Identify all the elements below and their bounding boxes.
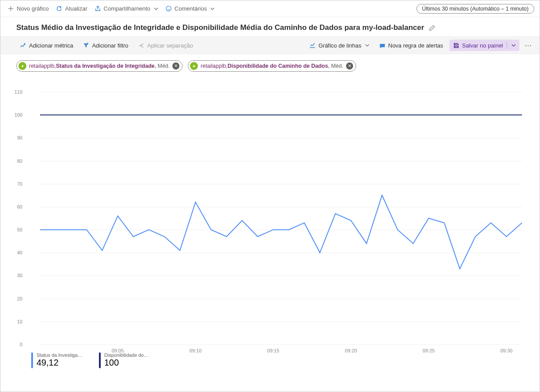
x-tick-label: 09:15 — [267, 348, 280, 353]
y-tick-label: 50 — [17, 227, 22, 232]
metric-pill[interactable]: ✦retailapplb,Disponibilidade do Caminho … — [188, 60, 356, 72]
add-metric-button[interactable]: Adicionar métrica — [16, 40, 77, 51]
refresh-button[interactable]: Atualizar — [53, 4, 90, 14]
label: Aplicar separação — [147, 42, 193, 49]
x-tick-label: 09:05 — [112, 348, 124, 353]
legend-item[interactable]: Disponibilidade do…100 — [99, 352, 149, 368]
pill-metric: Disponibilidade do Caminho de Dados — [227, 63, 328, 69]
label: Comentários — [175, 5, 207, 12]
more-button[interactable]: ⋯ — [522, 40, 535, 51]
resource-icon: ✦ — [190, 62, 198, 70]
gridline — [40, 344, 522, 345]
resource-icon: ✦ — [18, 62, 26, 70]
label: Gráfico de linhas — [318, 42, 361, 49]
y-tick-label: 80 — [17, 158, 22, 164]
edit-icon[interactable] — [429, 25, 435, 31]
add-filter-button[interactable]: Adicionar filtro — [79, 40, 131, 51]
chevron-down-icon — [365, 43, 369, 48]
label: Últimos 30 minutos (Automático – 1 minut… — [422, 6, 529, 12]
y-tick-label: 110 — [15, 89, 22, 95]
new-alert-button[interactable]: Nova regra de alertas — [376, 40, 447, 51]
top-toolbar: Novo gráfico Atualizar Compartilhamento … — [0, 0, 540, 17]
x-tick-label: 09:30 — [500, 348, 513, 353]
share-icon — [95, 5, 101, 12]
label: Adicionar filtro — [92, 42, 128, 49]
pill-resource: retailapplb, — [201, 63, 227, 69]
refresh-icon — [56, 5, 62, 12]
divider — [507, 42, 507, 49]
chevron-down-icon — [154, 7, 158, 11]
filter-icon — [83, 42, 89, 49]
y-tick-label: 30 — [17, 273, 22, 278]
title-row: Status Médio da Investigação de Integrid… — [0, 17, 540, 37]
remove-icon[interactable]: ✕ — [346, 62, 353, 70]
chart-type-button[interactable]: Gráfico de linhas — [306, 40, 373, 51]
alert-icon — [379, 42, 386, 49]
timerange-pill[interactable]: Últimos 30 minutos (Automático – 1 minut… — [416, 4, 534, 14]
feedback-button[interactable]: Comentários — [163, 4, 218, 14]
series-line — [40, 195, 522, 269]
x-tick-label: 09:10 — [190, 348, 202, 353]
metric-pills: ✦retailapplb,Status da Investigação de I… — [0, 54, 540, 76]
metric-pill[interactable]: ✦retailapplb,Status da Investigação de I… — [16, 60, 182, 72]
remove-icon[interactable]: ✕ — [172, 62, 179, 70]
legend-name: Status da Investigaç… — [36, 352, 85, 358]
metrics-toolbar: Adicionar métrica Adicionar filtro Aplic… — [0, 37, 540, 54]
legend-value: 49,12 — [36, 358, 85, 368]
legend-item[interactable]: Status da Investigaç…49,12 — [31, 352, 85, 368]
pill-agg: Méd. — [157, 63, 170, 69]
pill-metric: Status da Investigação de Integridade — [56, 63, 154, 69]
label: Nova regra de alertas — [388, 42, 443, 49]
label: Adicionar métrica — [29, 42, 73, 49]
y-tick-label: 0 — [20, 342, 22, 347]
label: Compartilhamento — [104, 5, 150, 12]
save-icon — [453, 42, 460, 49]
x-tick-label: 09:20 — [345, 348, 357, 353]
chevron-down-icon — [210, 7, 215, 11]
x-tick-label: 09:25 — [423, 348, 435, 353]
label: Salvar no painel — [462, 42, 503, 49]
y-tick-label: 70 — [17, 181, 22, 187]
y-tick-label: 60 — [17, 204, 22, 209]
line-chart-icon — [309, 42, 316, 49]
svg-point-0 — [166, 6, 171, 11]
chart-area: 010203040506070809010011009:0509:1009:15… — [27, 81, 522, 344]
smile-icon — [165, 5, 172, 12]
y-tick-label: 100 — [15, 112, 22, 117]
page-title: Status Médio da Investigação de Integrid… — [16, 23, 424, 32]
y-tick-label: 20 — [17, 296, 22, 301]
legend-color-bar — [99, 352, 101, 368]
y-tick-label: 10 — [17, 319, 22, 324]
new-chart-button[interactable]: Novo gráfico — [5, 4, 51, 14]
metric-icon — [20, 42, 26, 49]
pill-resource: retailapplb, — [29, 63, 56, 69]
label: Atualizar — [65, 5, 88, 12]
share-button[interactable]: Compartilhamento — [92, 4, 161, 14]
plot-svg — [27, 81, 522, 344]
chevron-down-icon — [511, 43, 516, 48]
legend-name: Disponibilidade do… — [104, 352, 149, 358]
pill-agg: Méd. — [331, 63, 343, 69]
save-dashboard-button[interactable]: Salvar no painel — [449, 40, 519, 51]
plus-icon — [7, 5, 14, 12]
split-icon — [138, 42, 145, 49]
legend-color-bar — [31, 352, 33, 368]
legend-value: 100 — [104, 358, 149, 368]
y-tick-label: 40 — [17, 250, 22, 255]
apply-split-button: Aplicar separação — [135, 40, 197, 51]
label: Novo gráfico — [17, 5, 49, 12]
y-tick-label: 90 — [17, 135, 22, 140]
